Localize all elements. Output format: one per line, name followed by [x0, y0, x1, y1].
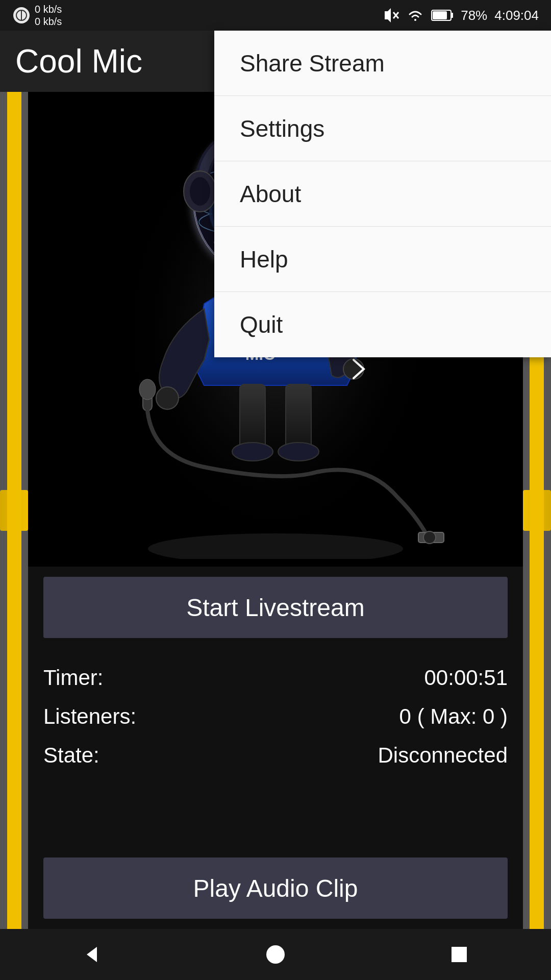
dropdown-item-help[interactable]: Help	[214, 227, 551, 292]
dropdown-menu: Share StreamSettingsAboutHelpQuit	[214, 31, 551, 357]
dropdown-item-about[interactable]: About	[214, 161, 551, 227]
dropdown-item-quit[interactable]: Quit	[214, 292, 551, 357]
dropdown-item-settings[interactable]: Settings	[214, 96, 551, 161]
dropdown-overlay[interactable]: Share StreamSettingsAboutHelpQuit	[0, 0, 551, 980]
dropdown-item-share-stream[interactable]: Share Stream	[214, 31, 551, 96]
